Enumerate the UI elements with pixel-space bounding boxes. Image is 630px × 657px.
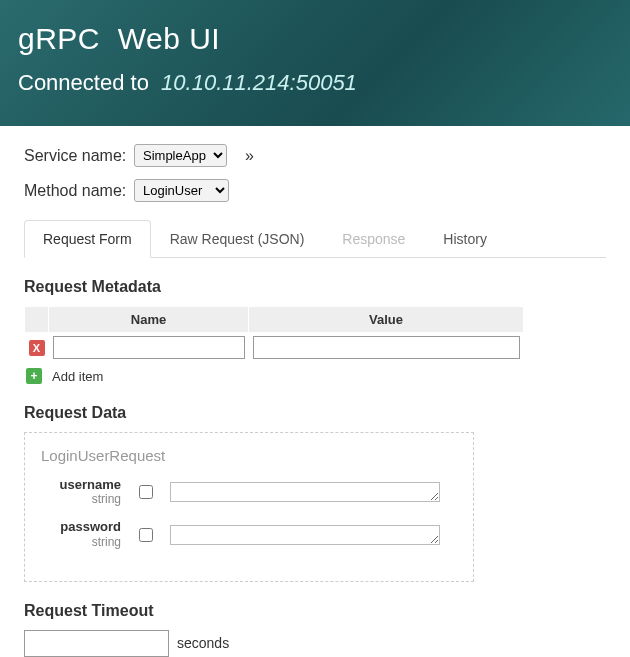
tab-response: Response [323, 220, 424, 258]
tab-raw-request[interactable]: Raw Request (JSON) [151, 220, 324, 258]
tabs-bar: Request Form Raw Request (JSON) Response… [24, 220, 606, 258]
service-name-label: Service name: [24, 147, 134, 165]
metadata-table: Name Value X [24, 306, 524, 362]
field-type: string [41, 493, 121, 506]
metadata-row: X [25, 333, 524, 363]
request-timeout-heading: Request Timeout [24, 602, 606, 620]
header-banner: gRPC Web UI Connected to 10.10.11.214:50… [0, 0, 630, 126]
tab-history[interactable]: History [424, 220, 506, 258]
field-type: string [41, 536, 121, 549]
app-title: gRPC Web UI [18, 22, 612, 56]
field-row-password: password string [41, 520, 457, 548]
connected-label: Connected to [18, 70, 149, 95]
method-name-label: Method name: [24, 182, 134, 200]
metadata-add-label: Add item [52, 369, 103, 384]
metadata-value-col: Value [249, 307, 524, 333]
field-value-input[interactable] [170, 482, 440, 502]
field-enable-checkbox[interactable] [139, 528, 153, 542]
server-address: 10.10.11.214:50051 [161, 70, 357, 95]
field-name: password [41, 520, 121, 534]
metadata-add-button[interactable]: + [26, 368, 42, 384]
metadata-value-input[interactable] [253, 336, 520, 359]
field-name: username [41, 478, 121, 492]
service-name-select[interactable]: SimpleApp [134, 144, 227, 167]
brand-text: gRPC [18, 22, 100, 55]
timeout-input[interactable] [24, 630, 169, 657]
field-enable-checkbox[interactable] [139, 485, 153, 499]
timeout-unit-label: seconds [177, 635, 229, 651]
expand-methods-icon[interactable]: » [245, 147, 254, 165]
field-value-input[interactable] [170, 525, 440, 545]
app-name: Web UI [118, 22, 220, 55]
connection-line: Connected to 10.10.11.214:50051 [18, 70, 612, 96]
metadata-name-input[interactable] [53, 336, 245, 359]
message-type-label: LoginUserRequest [41, 447, 457, 464]
request-metadata-heading: Request Metadata [24, 278, 606, 296]
request-data-heading: Request Data [24, 404, 606, 422]
metadata-name-col: Name [49, 307, 249, 333]
request-data-box: LoginUserRequest username string passwor… [24, 432, 474, 582]
field-row-username: username string [41, 478, 457, 506]
method-name-select[interactable]: LoginUser [134, 179, 229, 202]
metadata-delete-button[interactable]: X [29, 340, 45, 356]
tab-request-form[interactable]: Request Form [24, 220, 151, 258]
